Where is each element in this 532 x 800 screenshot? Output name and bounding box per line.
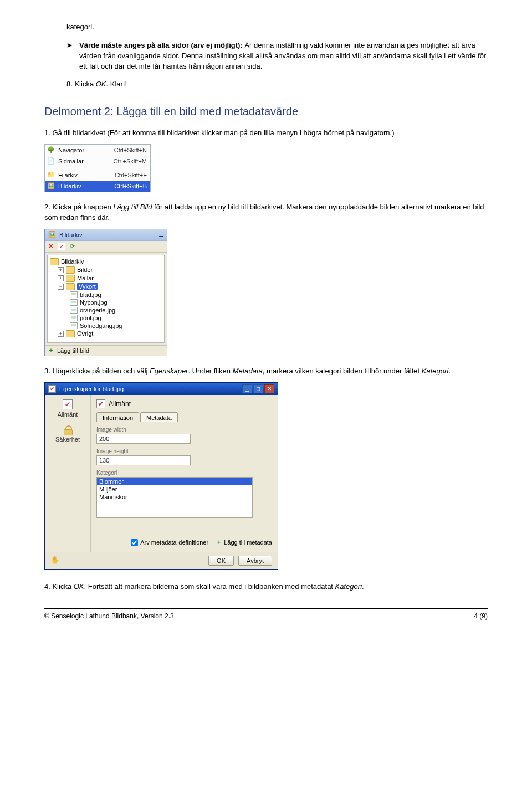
panel-toolbar: ✕ ✔ ⟳ — [45, 241, 167, 253]
step-1: 1. Gå till bildarkivet (För att komma ti… — [44, 128, 488, 139]
tree-folder-vykort[interactable]: − Vykort — [58, 283, 162, 291]
tree-file[interactable]: orangerie.jpg — [70, 306, 162, 314]
field-image-height: Image height 130 — [96, 448, 272, 465]
bullet-lead: Värde måste anges på alla sidor (arv ej … — [79, 41, 243, 49]
kategori-option[interactable]: Människor — [97, 493, 252, 501]
image-file-icon — [70, 315, 78, 321]
delete-icon[interactable]: ✕ — [48, 243, 53, 250]
image-archive-icon: 🖼️ — [47, 182, 55, 190]
image-file-icon — [70, 322, 78, 329]
dialog-icon: ✔ — [48, 385, 56, 393]
ok-button[interactable]: OK — [208, 556, 234, 566]
menu-shortcut: Ctrl+Skift+N — [114, 147, 147, 153]
menu-divider — [45, 168, 150, 168]
add-metadata-button[interactable]: + Lägg till metadata — [216, 539, 272, 546]
menu-label: Sidmallar — [58, 158, 110, 165]
image-width-input[interactable]: 200 — [96, 434, 191, 444]
tree-file[interactable]: blad.jpg — [70, 291, 162, 299]
menu-shortcut: Ctrl+Skift+F — [115, 172, 147, 178]
template-icon: 📄 — [47, 157, 55, 165]
tree-file[interactable]: pool.jpg — [70, 314, 162, 322]
folder-icon — [50, 258, 59, 265]
footer-right: 4 (9) — [474, 612, 488, 620]
tree-file[interactable]: Nypon.jpg — [70, 299, 162, 306]
add-icon: + — [216, 540, 222, 545]
tree-folder-ovrigt[interactable]: + Övrigt — [58, 330, 162, 338]
tree-folder-bilder[interactable]: + Bilder — [58, 266, 162, 274]
tab-information[interactable]: Information — [96, 412, 139, 422]
maximize-button[interactable]: □ — [253, 384, 263, 393]
image-file-icon — [70, 307, 78, 314]
cancel-button[interactable]: Avbryt — [238, 556, 272, 566]
sidebar-item-sakerhet[interactable]: Säkerhet — [55, 425, 80, 443]
folder-icon — [66, 283, 75, 290]
minimize-button[interactable]: _ — [242, 384, 252, 393]
add-icon: + — [48, 348, 54, 353]
tree-file[interactable]: Solnedgang.jpg — [70, 322, 162, 330]
close-button[interactable]: ✕ — [264, 384, 274, 393]
tree-folder-mallar[interactable]: + Mallar — [58, 274, 162, 283]
expand-icon[interactable]: + — [58, 267, 64, 273]
dialog-content: ✔ Allmänt Information Metadata Image wid… — [91, 395, 278, 552]
dialog-tabs: Information Metadata — [96, 412, 272, 422]
bildarkiv-panel: 🖼️ Bildarkiv ≣ ✕ ✔ ⟳ Bildarkiv + Bilder … — [44, 229, 167, 356]
panel-title: Bildarkiv — [59, 232, 83, 238]
text-kategori: kategori. — [66, 22, 488, 33]
inherit-checkbox[interactable]: Ärv metadata-definitioner — [131, 539, 208, 546]
step-3: 3. Högerklicka på bilden och välj Egensk… — [44, 366, 488, 377]
page-footer: © Senselogic Lathund Bildbank, Version 2… — [44, 608, 488, 620]
step8-text: 8. Klicka — [66, 80, 96, 88]
kategori-listbox[interactable]: Blommor Miljöer Människor — [96, 477, 253, 518]
step-8: 8. Klicka OK. Klart! — [66, 79, 488, 90]
step8-ok: OK — [96, 80, 106, 88]
step8-klart: . Klart! — [106, 80, 127, 88]
field-image-width: Image width 200 — [96, 427, 272, 444]
tree-root[interactable]: Bildarkiv — [50, 258, 162, 266]
panel-titlebar: 🖼️ Bildarkiv ≣ — [45, 229, 167, 241]
navigator-context-menu: 🌳 Navigator Ctrl+Skift+N 📄 Sidmallar Ctr… — [44, 144, 151, 192]
add-image-button[interactable]: Lägg till bild — [57, 347, 89, 354]
properties-icon[interactable]: ✔ — [58, 243, 65, 250]
folder-icon — [66, 330, 75, 337]
menu-label: Filarkiv — [58, 172, 111, 178]
panel-menu-icon[interactable]: ≣ — [158, 231, 163, 238]
tab-metadata[interactable]: Metadata — [140, 412, 178, 422]
bullet-item: ➤ Värde måste anges på alla sidor (arv e… — [66, 40, 488, 72]
image-file-icon — [70, 291, 78, 298]
dialog-buttonbar: OK Avbryt — [45, 552, 278, 569]
menu-item-sidmallar[interactable]: 📄 Sidmallar Ctrl+Skift+M — [45, 156, 150, 167]
kategori-option[interactable]: Blommor — [97, 478, 252, 485]
help-icon[interactable] — [50, 556, 59, 565]
field-kategori: Kategori Blommor Miljöer Människor — [96, 470, 272, 518]
menu-item-bildarkiv[interactable]: 🖼️ Bildarkiv Ctrl+Skift+B — [45, 181, 150, 192]
sidebar-item-allmant[interactable]: ✔ Allmänt — [58, 399, 78, 418]
menu-shortcut: Ctrl+Skift+M — [113, 158, 147, 165]
menu-label: Navigator — [58, 147, 111, 153]
section-heading: ✔ Allmänt — [96, 399, 272, 408]
general-icon: ✔ — [96, 399, 105, 408]
menu-item-navigator[interactable]: 🌳 Navigator Ctrl+Skift+N — [45, 145, 150, 156]
step-4: 4. Klicka OK. Fortsätt att markera bilde… — [44, 582, 488, 592]
dialog-sidebar: ✔ Allmänt Säkerhet — [45, 395, 91, 552]
image-file-icon — [70, 299, 78, 306]
bullet-marker: ➤ — [66, 40, 73, 72]
properties-dialog: ✔ Egenskaper för blad.jpg _ □ ✕ ✔ Allmän… — [44, 382, 278, 570]
file-archive-icon: 📁 — [47, 171, 55, 179]
kategori-option[interactable]: Miljöer — [97, 485, 252, 493]
folder-icon — [66, 266, 75, 274]
menu-label: Bildarkiv — [58, 183, 111, 189]
image-height-input[interactable]: 130 — [96, 455, 191, 465]
collapse-icon[interactable]: − — [58, 284, 64, 290]
lock-icon — [64, 425, 71, 434]
general-icon: ✔ — [63, 399, 73, 409]
dialog-titlebar: ✔ Egenskaper för blad.jpg _ □ ✕ — [45, 383, 278, 395]
heading-delmoment2: Delmoment 2: Lägga till en bild med meta… — [44, 105, 488, 118]
expand-icon[interactable]: + — [58, 331, 64, 337]
menu-item-filarkiv[interactable]: 📁 Filarkiv Ctrl+Skift+F — [45, 170, 150, 181]
refresh-icon[interactable]: ⟳ — [70, 243, 75, 250]
panel-footer: + Lägg till bild — [45, 345, 167, 356]
expand-icon[interactable]: + — [58, 275, 64, 281]
menu-shortcut: Ctrl+Skift+B — [114, 183, 147, 189]
navigator-icon: 🌳 — [47, 146, 55, 154]
folder-icon — [66, 275, 75, 282]
